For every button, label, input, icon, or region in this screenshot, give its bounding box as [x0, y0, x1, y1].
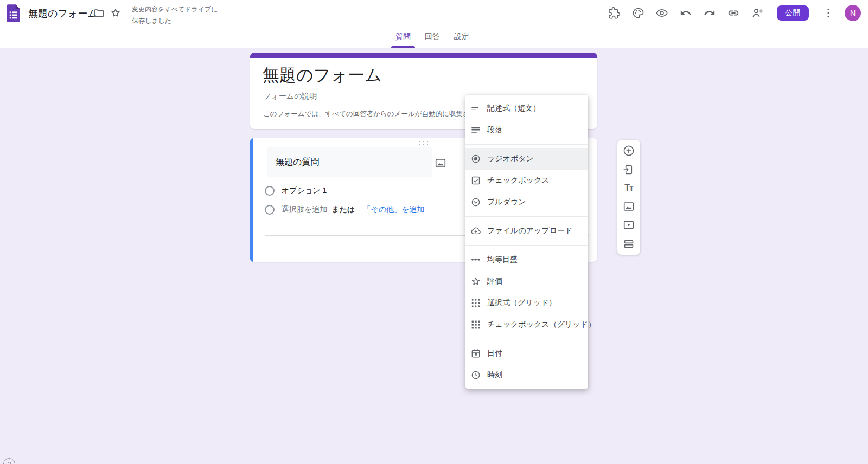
choice-grid-icon [470, 298, 481, 308]
menu-item-paragraph[interactable]: 段落 [465, 119, 588, 141]
menu-divider [465, 245, 588, 246]
linear-scale-icon [470, 254, 481, 265]
add-option-text[interactable]: 選択肢を追加 [282, 205, 327, 215]
radio-checked-icon [470, 153, 481, 164]
tab-settings[interactable]: 設定 [452, 26, 471, 48]
or-text: または [331, 205, 355, 215]
radio-circle [265, 186, 275, 196]
rating-star-icon [470, 276, 481, 287]
question-image-button[interactable] [433, 156, 448, 171]
save-status-line1: 変更内容をすべてドライブに [132, 5, 218, 13]
short-answer-icon [470, 103, 481, 114]
import-questions-icon [622, 163, 635, 176]
menu-item-checkboxes[interactable]: チェックボックス [465, 170, 588, 191]
theme-color-bar [250, 53, 597, 58]
copy-link-button[interactable] [726, 5, 741, 21]
move-folder-button[interactable] [91, 5, 106, 21]
dropdown-icon [470, 197, 481, 208]
account-avatar[interactable]: N [845, 5, 861, 21]
undo-icon [680, 7, 692, 19]
menu-item-file-upload[interactable]: ファイルのアップロード [465, 220, 588, 242]
person-add-icon [751, 7, 764, 20]
save-status-line2: 保存しました [132, 17, 171, 24]
option-row-1: オプション 1 [265, 186, 327, 196]
import-questions-button[interactable] [621, 162, 636, 177]
tab-responses[interactable]: 回答 [423, 26, 442, 48]
more-options-button[interactable] [821, 5, 836, 21]
checkbox-grid-icon [470, 319, 481, 330]
document-title[interactable]: 無題のフォーム [28, 0, 98, 26]
add-video-icon [622, 218, 635, 231]
add-section-button[interactable] [621, 236, 636, 252]
radio-circle [265, 205, 275, 215]
add-other-link[interactable]: 「その他」を追加 [363, 205, 424, 215]
form-description-placeholder[interactable]: フォームの説明 [263, 92, 317, 101]
topbar: 無題のフォーム 変更内容をすべてドライブに 保存しました [0, 0, 868, 26]
add-image-icon [622, 200, 635, 213]
preview-button[interactable] [654, 5, 669, 21]
add-question-button[interactable] [621, 143, 636, 158]
add-video-button[interactable] [621, 217, 636, 233]
forms-logo[interactable] [5, 4, 21, 23]
floating-toolbar: Tт [617, 140, 640, 255]
add-question-icon [622, 144, 635, 157]
help-button[interactable]: ? [3, 458, 15, 464]
add-collaborators-button[interactable] [750, 5, 765, 21]
form-title[interactable]: 無題のフォーム [263, 64, 382, 87]
email-collection-notice: このフォームでは、すべての回答者からのメールが自動的に収集さ [263, 109, 470, 119]
menu-item-choice-grid[interactable]: 選択式（グリッド） [465, 292, 588, 314]
menu-divider [465, 216, 588, 217]
menu-item-rating[interactable]: 評価 [465, 270, 588, 292]
theme-button[interactable] [630, 5, 646, 21]
star-button[interactable] [108, 5, 123, 21]
addons-puzzle-icon [608, 7, 621, 20]
question-type-menu: 記述式（短文） 段落 ラジオボタン チェックボックス プルダウン [465, 95, 588, 389]
option-1-label[interactable]: オプション 1 [282, 186, 327, 196]
publish-button[interactable]: 公開 [777, 5, 809, 21]
star-icon [110, 7, 122, 19]
file-upload-icon [470, 225, 481, 236]
menu-divider [465, 339, 588, 339]
menu-item-checkbox-grid[interactable]: チェックボックス（グリッド） [465, 314, 588, 336]
time-icon [470, 370, 481, 381]
add-image-button[interactable] [621, 199, 636, 214]
tab-bar: 質問 回答 設定 [394, 26, 471, 48]
addons-button[interactable] [607, 5, 622, 21]
theme-palette-icon [631, 7, 644, 20]
menu-item-date[interactable]: 日付 [465, 343, 588, 364]
undo-button[interactable] [678, 5, 693, 21]
app-header: 無題のフォーム 変更内容をすべてドライブに 保存しました [0, 0, 868, 48]
question-title-input[interactable]: 無題の質問 [267, 147, 432, 177]
redo-button[interactable] [702, 5, 717, 21]
menu-item-dropdown[interactable]: プルダウン [465, 191, 588, 213]
selected-indicator-bar [250, 138, 253, 262]
preview-eye-icon [655, 7, 668, 20]
redo-icon [704, 7, 716, 19]
copy-link-icon [727, 7, 739, 19]
date-icon [470, 348, 481, 359]
folder-icon [93, 7, 105, 19]
checkbox-icon [470, 175, 481, 186]
add-section-icon [622, 237, 635, 250]
menu-item-short-answer[interactable]: 記述式（短文） [465, 98, 588, 119]
tab-questions[interactable]: 質問 [394, 26, 412, 48]
topbar-actions: 公開 N [607, 0, 861, 26]
add-title-icon: Tт [624, 184, 633, 192]
paragraph-icon [470, 125, 481, 136]
save-status[interactable]: 変更内容をすべてドライブに 保存しました [132, 4, 219, 27]
image-icon [434, 157, 447, 170]
add-title-button[interactable]: Tт [621, 181, 636, 196]
menu-item-linear-scale[interactable]: 均等目盛 [465, 249, 588, 270]
menu-divider [465, 144, 588, 145]
drag-handle[interactable] [419, 141, 429, 146]
menu-item-multiple-choice[interactable]: ラジオボタン [465, 148, 588, 170]
menu-item-time[interactable]: 時刻 [465, 364, 588, 386]
more-vert-icon [822, 7, 835, 20]
option-row-add: 選択肢を追加 または 「その他」を追加 [265, 205, 424, 215]
forms-logo-icon [5, 4, 21, 23]
